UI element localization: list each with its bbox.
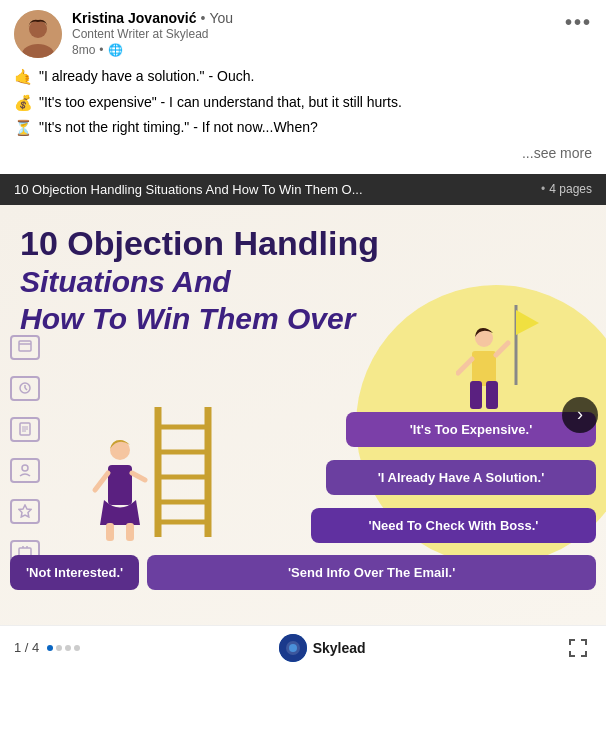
title-line1: 10 Objection Handling [20,224,379,262]
author-line: Kristina Jovanović • You [72,10,592,26]
document-title: 10 Objection Handling Situations And How… [14,182,533,197]
svg-point-12 [22,465,28,471]
svg-line-21 [132,473,145,480]
you-tag: You [209,10,233,26]
page-number: 1 / 4 [14,640,39,655]
post-line-1: 🤙 "I already have a solution." - Ouch. [14,66,592,89]
brand-name: Skylead [313,640,366,656]
more-options-button[interactable]: ••• [565,12,592,32]
emoji-3: ⏳ [14,117,33,140]
svg-rect-19 [126,523,134,541]
decorative-icons [10,335,40,565]
person-right [456,325,511,425]
post-line-2: 💰 "It's too expensive" - I can understan… [14,92,592,115]
svg-rect-32 [486,381,498,409]
svg-rect-3 [19,341,31,351]
title-line3: How To Win Them Over [20,302,355,335]
svg-line-33 [458,359,472,373]
svg-rect-30 [472,351,496,386]
emoji-1: 🤙 [14,66,33,89]
svg-rect-17 [108,465,132,505]
svg-marker-36 [516,310,539,335]
svg-line-20 [95,473,108,490]
bullet-separator: • [201,10,206,26]
deco-icon-4 [10,458,40,483]
page-indicator: 1 / 4 [14,640,80,655]
dot-2 [56,645,62,651]
ladder [148,407,218,537]
block-solution[interactable]: 'I Already Have A Solution.' [326,460,596,495]
bottom-bar: 1 / 4 Skylead [0,625,606,670]
block-boss[interactable]: 'Need To Check With Boss.' [311,508,596,543]
author-info: Kristina Jovanović • You Content Writer … [72,10,592,57]
svg-point-1 [29,20,47,38]
see-more-button[interactable]: ...see more [522,143,592,164]
globe-icon: 🌐 [108,43,123,57]
carousel-area: 10 Objection Handling Situations And How… [0,205,606,625]
brand-area: Skylead [279,634,366,662]
brand-logo [279,634,307,662]
time-separator: • [99,43,103,57]
svg-point-39 [289,644,297,652]
pages-label: 4 pages [549,182,592,196]
post-time: 8mo • 🌐 [72,43,592,57]
post-line-3: ⏳ "It's not the right timing." - If not … [14,117,592,140]
post-header: Kristina Jovanović • You Content Writer … [0,0,606,66]
post-text: 🤙 "I already have a solution." - Ouch. 💰… [0,66,606,174]
avatar[interactable] [14,10,62,58]
author-name[interactable]: Kristina Jovanović [72,10,197,26]
post-text-2: "It's too expensive" - I can understand … [39,92,592,113]
block-not-interested[interactable]: 'Not Interested.' [10,555,139,590]
deco-icon-3 [10,417,40,442]
dot-3 [65,645,71,651]
dot-4 [74,645,80,651]
svg-line-34 [496,343,508,355]
svg-rect-31 [470,381,482,409]
dot-indicator [47,645,80,651]
emoji-2: 💰 [14,92,33,115]
time-label: 8mo [72,43,95,57]
svg-line-7 [25,388,27,390]
deco-icon-2 [10,376,40,401]
document-pages: • 4 pages [541,182,592,196]
fullscreen-button[interactable] [564,634,592,662]
post-text-3: "It's not the right timing." - If not no… [39,117,592,138]
author-title: Content Writer at Skylead [72,27,592,41]
deco-icon-5 [10,499,40,524]
person-left [90,435,150,545]
deco-icon-1 [10,335,40,360]
infographic: 10 Objection Handling Situations And How… [0,205,606,625]
next-button[interactable]: › [562,397,598,433]
svg-rect-18 [106,523,114,541]
post-text-1: "I already have a solution." - Ouch. [39,66,592,87]
dot-1 [47,645,53,651]
block-send-info[interactable]: 'Send Info Over The Email.' [147,555,596,590]
title-line2: Situations And [20,265,231,298]
document-banner[interactable]: 10 Objection Handling Situations And How… [0,174,606,205]
